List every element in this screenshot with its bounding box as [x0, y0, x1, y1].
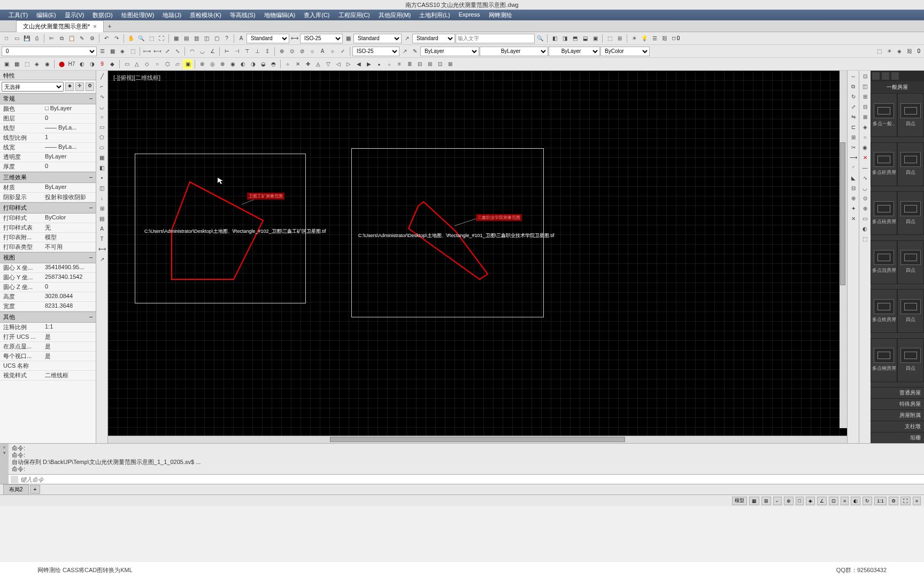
fillet-icon[interactable]: ◜	[849, 163, 858, 173]
prop-row[interactable]: 厚度0	[0, 162, 96, 172]
menu-view[interactable]: 显示(V)	[60, 10, 89, 20]
d4-icon[interactable]: ⊥	[252, 47, 262, 56]
mleader-icon[interactable]: ↗	[402, 34, 412, 43]
osnap-btn[interactable]: □	[796, 497, 804, 505]
v-scrollbar[interactable]	[840, 71, 847, 428]
group-general[interactable]: 常规–	[0, 93, 96, 104]
search-input[interactable]	[456, 34, 535, 43]
o4-icon[interactable]: ◉	[228, 59, 237, 69]
menu-net[interactable]: 网蜂测绘	[484, 10, 517, 20]
win-icon[interactable]: ◫	[202, 34, 211, 43]
trim-icon[interactable]: ✂	[849, 143, 858, 153]
prop-row[interactable]: 颜色□ ByLayer	[0, 104, 96, 114]
ph2-icon[interactable]	[882, 72, 889, 80]
palette-item[interactable]: 四点	[897, 93, 924, 137]
menu-feature[interactable]: 地物编辑(A)	[260, 10, 300, 20]
m3-icon[interactable]: ⬚	[22, 59, 32, 69]
prop-row[interactable]: 视觉样式二维线框	[0, 371, 96, 381]
h-scrollbar[interactable]	[108, 436, 847, 443]
snap-btn[interactable]: ⊞	[761, 497, 771, 505]
chamfer-icon[interactable]: ◣	[849, 173, 858, 183]
e4-icon[interactable]: ☼	[307, 47, 317, 56]
p17-icon[interactable]: ⊠	[445, 59, 455, 69]
s4-icon[interactable]: ⊟	[860, 102, 870, 112]
s12-icon[interactable]: ◡	[860, 184, 870, 193]
p9-icon[interactable]: ▶	[364, 59, 374, 69]
offset-icon[interactable]: ⊏	[849, 123, 858, 132]
lw-btn[interactable]: ≡	[841, 497, 849, 505]
p16-icon[interactable]: ⊡	[435, 59, 445, 69]
scale-display[interactable]: 1:1	[874, 497, 887, 505]
layer2-icon[interactable]: ▦	[107, 47, 117, 56]
sun-icon[interactable]: ☀	[629, 34, 639, 43]
s6-icon[interactable]: ◈	[860, 123, 870, 132]
r3-icon[interactable]: ◈	[895, 47, 904, 56]
menu-eng[interactable]: 工程应用(C)	[334, 10, 374, 20]
p7-icon[interactable]: ▷	[344, 59, 353, 69]
p1-icon[interactable]: ⟐	[283, 59, 292, 69]
table-icon[interactable]: ▦	[171, 34, 181, 43]
n3-icon[interactable]: ◇	[142, 59, 152, 69]
s17-icon[interactable]: ⬚	[860, 234, 870, 244]
grid-btn[interactable]: ▦	[749, 497, 759, 505]
command-input[interactable]	[20, 476, 922, 483]
prop-row[interactable]: 图层0	[0, 114, 96, 124]
prop-row[interactable]: 每个视口...是	[0, 352, 96, 361]
n4-icon[interactable]: ○	[152, 59, 162, 69]
p3-icon[interactable]: ✚	[303, 59, 313, 69]
scale-icon[interactable]: ⤢	[849, 102, 858, 112]
dim2-icon[interactable]: ⟻	[152, 47, 162, 56]
dim-set-icon[interactable]: ↗	[400, 47, 410, 56]
dim-ed-icon[interactable]: ✎	[410, 47, 420, 56]
layer-icon[interactable]: ☰	[650, 34, 659, 43]
o8-icon[interactable]: ◓	[268, 59, 278, 69]
e6-icon[interactable]: ⟐	[328, 47, 337, 56]
o7-icon[interactable]: ◒	[258, 59, 268, 69]
layer4-icon[interactable]: ⬚	[128, 47, 137, 56]
array-icon[interactable]: ⊞	[849, 133, 858, 142]
group-plot[interactable]: 打印样式–	[0, 202, 96, 214]
p11-icon[interactable]: ⬦	[384, 59, 394, 69]
m10-icon[interactable]: 9	[97, 59, 107, 69]
r1-icon[interactable]: ⬚	[874, 47, 884, 56]
close-x-icon[interactable]: ×	[3, 445, 5, 450]
t3-icon[interactable]: ⬒	[570, 34, 580, 43]
m4-icon[interactable]: ◈	[32, 59, 42, 69]
help-icon[interactable]: ?	[222, 34, 232, 43]
e1-icon[interactable]: ⊕	[277, 47, 287, 56]
palette-item[interactable]: 四点	[897, 191, 924, 235]
menu-express[interactable]: Express	[455, 10, 484, 20]
prop-row[interactable]: 圆心 Y 坐...2587340.1542	[0, 273, 96, 283]
group-other[interactable]: 其他–	[0, 311, 96, 323]
prop-row[interactable]: 打印样式ByColor	[0, 214, 96, 223]
palette-item[interactable]: 多点混房屋	[871, 240, 897, 284]
palette-item[interactable]: 多点砼房屋	[871, 142, 897, 186]
table2-icon[interactable]: ▤	[181, 34, 191, 43]
m2-icon[interactable]: ▦	[12, 59, 21, 69]
dim1-icon[interactable]: ⟼	[142, 47, 152, 56]
pan-icon[interactable]: ✋	[126, 34, 136, 43]
text-style-select[interactable]: Standard	[247, 34, 289, 43]
tool-icon[interactable]: ⚙	[87, 34, 97, 43]
s13-icon[interactable]: ⊙	[860, 194, 870, 203]
o3-icon[interactable]: ⊗	[218, 59, 227, 69]
palette-tab[interactable]: 普通房屋	[871, 387, 924, 398]
r2-icon[interactable]: ☀	[884, 47, 894, 56]
m11-icon[interactable]: ◆	[107, 59, 117, 69]
open-icon[interactable]: ▭	[12, 34, 21, 43]
sheet-icon[interactable]: ▢	[212, 34, 221, 43]
e5-icon[interactable]: A	[318, 47, 327, 56]
lineweight-select[interactable]: ByLayer	[549, 47, 600, 56]
e3-icon[interactable]: ⊘	[297, 47, 307, 56]
block-icon[interactable]: ◫	[97, 184, 107, 193]
mleader-select[interactable]: Standard	[412, 34, 455, 43]
palette-item[interactable]: 四点	[897, 142, 924, 186]
s15-icon[interactable]: ▭	[860, 214, 870, 224]
prop-row[interactable]: 圆心 X 坐...35418490.95...	[0, 263, 96, 273]
p4-icon[interactable]: ◬	[313, 59, 323, 69]
t6-icon[interactable]: ⬚	[605, 34, 614, 43]
p10-icon[interactable]: ⬥	[374, 59, 384, 69]
s3-icon[interactable]: ⊞	[860, 92, 870, 102]
e7-icon[interactable]: ✓	[338, 47, 348, 56]
copy2-icon[interactable]: ⧉	[849, 82, 858, 92]
